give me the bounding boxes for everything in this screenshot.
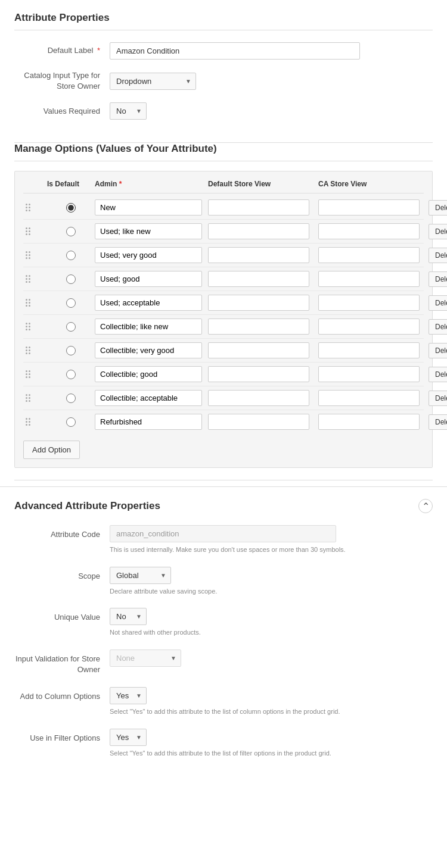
drag-handle-7[interactable]: [23, 368, 47, 380]
delete-button-5[interactable]: Delete: [429, 319, 447, 335]
default-label-input[interactable]: [110, 42, 360, 60]
delete-cell-9: Delete: [429, 414, 447, 430]
admin-input-5[interactable]: [95, 319, 202, 335]
ca-store-view-input-2[interactable]: [318, 247, 420, 263]
default-store-view-input-5[interactable]: [208, 319, 309, 335]
admin-input-0[interactable]: [95, 199, 202, 216]
is-default-radio-7[interactable]: [66, 370, 76, 379]
options-table-header: Is Default Admin * Default Store View CA…: [23, 180, 424, 193]
is-default-radio-3[interactable]: [66, 274, 76, 284]
drag-handle-3[interactable]: [23, 273, 47, 285]
drag-handle-5[interactable]: [23, 320, 47, 333]
default-store-view-input-3[interactable]: [208, 271, 309, 287]
attribute-properties-title: Attribute Properties: [14, 12, 433, 30]
admin-input-4[interactable]: [95, 295, 202, 311]
attribute-code-input: [110, 525, 336, 542]
is-default-radio-2[interactable]: [66, 251, 76, 260]
ca-store-view-input-5[interactable]: [318, 319, 420, 335]
add-option-button[interactable]: Add Option: [23, 441, 80, 459]
admin-value-cell-3: [95, 271, 208, 287]
values-required-row: Values Required No Yes ▼: [14, 102, 433, 120]
use-in-filter-select[interactable]: Yes No: [110, 729, 147, 746]
ca-store-view-input-7[interactable]: [318, 366, 420, 382]
is-default-radio-4[interactable]: [66, 298, 76, 308]
drag-handle-8[interactable]: [23, 392, 47, 404]
admin-value-cell-2: [95, 247, 208, 263]
ca-store-view-cell-9: [318, 414, 429, 430]
collapse-icon[interactable]: ⌃: [418, 499, 433, 513]
drag-handle-9[interactable]: [23, 416, 47, 428]
default-store-view-input-1[interactable]: [208, 223, 309, 239]
delete-button-8[interactable]: Delete: [429, 391, 447, 406]
add-to-column-select-wrapper: Yes No ▼: [110, 687, 147, 704]
manage-options-title: Manage Options (Values of Your Attribute…: [14, 143, 433, 161]
scope-row: Scope Global Website Store View ▼ Declar…: [14, 567, 433, 597]
default-store-view-input-7[interactable]: [208, 366, 309, 382]
admin-input-6[interactable]: [95, 342, 202, 358]
ca-store-view-input-3[interactable]: [318, 271, 420, 287]
drag-handle-2[interactable]: [23, 249, 47, 261]
admin-value-cell-0: [95, 199, 208, 216]
unique-value-select[interactable]: No Yes: [110, 608, 147, 625]
ca-store-view-input-8[interactable]: [318, 390, 420, 406]
delete-button-7[interactable]: Delete: [429, 367, 447, 382]
scope-select-wrapper: Global Website Store View ▼: [110, 567, 171, 584]
add-to-column-hint: Select "Yes" to add this attribute to th…: [110, 707, 433, 717]
add-to-column-value: Yes No ▼ Select "Yes" to add this attrib…: [110, 687, 433, 717]
drag-handle-6[interactable]: [23, 344, 47, 357]
header-is-default: Is Default: [47, 180, 95, 188]
is-default-radio-5[interactable]: [66, 322, 76, 332]
default-store-view-cell-9: [208, 414, 318, 430]
default-store-view-input-6[interactable]: [208, 342, 309, 358]
ca-store-view-input-4[interactable]: [318, 295, 420, 311]
default-store-view-input-4[interactable]: [208, 295, 309, 311]
admin-input-9[interactable]: [95, 414, 202, 430]
admin-input-2[interactable]: [95, 247, 202, 263]
default-store-view-input-0[interactable]: [208, 199, 309, 216]
add-to-column-select[interactable]: Yes No: [110, 687, 147, 704]
delete-button-9[interactable]: Delete: [429, 414, 447, 430]
ca-store-view-cell-3: [318, 271, 429, 287]
scope-value: Global Website Store View ▼ Declare attr…: [110, 567, 433, 597]
ca-store-view-input-1[interactable]: [318, 223, 420, 239]
default-store-view-input-8[interactable]: [208, 390, 309, 406]
unique-value-row: Unique Value No Yes ▼ Not shared with ot…: [14, 608, 433, 638]
option-row: Delete: [23, 386, 424, 410]
admin-input-7[interactable]: [95, 366, 202, 382]
ca-store-view-input-9[interactable]: [318, 414, 420, 430]
values-required-wrapper: No Yes ▼: [110, 102, 147, 120]
default-store-view-input-9[interactable]: [208, 414, 309, 430]
admin-input-8[interactable]: [95, 390, 202, 406]
ca-store-view-cell-0: [318, 199, 429, 216]
admin-input-1[interactable]: [95, 223, 202, 239]
delete-button-0[interactable]: Delete: [429, 200, 447, 216]
delete-button-6[interactable]: Delete: [429, 343, 447, 358]
ca-store-view-input-0[interactable]: [318, 199, 420, 216]
is-default-radio-0[interactable]: [66, 203, 76, 213]
admin-input-3[interactable]: [95, 271, 202, 287]
is-default-radio-8[interactable]: [66, 394, 76, 403]
default-store-view-input-2[interactable]: [208, 247, 309, 263]
drag-handle-1[interactable]: [23, 225, 47, 238]
is-default-radio-9[interactable]: [66, 417, 76, 427]
ca-store-view-input-6[interactable]: [318, 342, 420, 358]
is-default-cell-2: [47, 251, 95, 260]
is-default-radio-6[interactable]: [66, 346, 76, 355]
scope-select[interactable]: Global Website Store View: [110, 567, 171, 584]
values-required-label: Values Required: [14, 106, 110, 117]
values-required-select[interactable]: No Yes: [110, 102, 147, 120]
delete-cell-6: Delete: [429, 343, 447, 358]
delete-button-1[interactable]: Delete: [429, 224, 447, 239]
drag-handle-0[interactable]: [23, 201, 47, 214]
is-default-radio-1[interactable]: [66, 227, 76, 236]
drag-handle-4[interactable]: [23, 296, 47, 309]
delete-cell-3: Delete: [429, 271, 447, 287]
delete-button-2[interactable]: Delete: [429, 248, 447, 263]
delete-button-4[interactable]: Delete: [429, 295, 447, 311]
delete-cell-0: Delete: [429, 200, 447, 216]
catalog-input-type-select[interactable]: Dropdown Text Field Text Area Date Yes/N…: [110, 73, 196, 90]
advanced-properties-title: Advanced Attribute Properties: [14, 500, 160, 512]
attribute-code-row: Attribute Code This is used internally. …: [14, 525, 433, 555]
delete-button-3[interactable]: Delete: [429, 271, 447, 287]
use-in-filter-row: Use in Filter Options Yes No ▼ Select "Y…: [14, 729, 433, 758]
